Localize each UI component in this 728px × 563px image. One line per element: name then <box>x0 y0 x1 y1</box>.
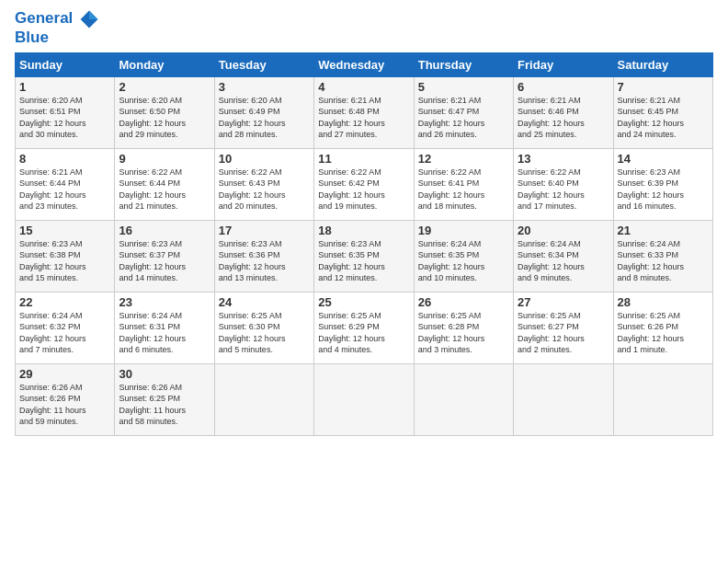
svg-marker-1 <box>89 11 97 19</box>
day-info: Sunrise: 6:22 AM Sunset: 6:43 PM Dayligh… <box>219 167 310 213</box>
day-number: 4 <box>318 80 409 94</box>
day-info: Sunrise: 6:26 AM Sunset: 6:25 PM Dayligh… <box>119 382 210 428</box>
weekday-header: Sunday <box>16 52 115 76</box>
calendar-cell: 27Sunrise: 6:25 AM Sunset: 6:27 PM Dayli… <box>514 292 613 363</box>
calendar-cell: 21Sunrise: 6:24 AM Sunset: 6:33 PM Dayli… <box>613 220 712 292</box>
day-number: 13 <box>518 152 609 166</box>
day-number: 9 <box>119 152 210 166</box>
day-info: Sunrise: 6:25 AM Sunset: 6:29 PM Dayligh… <box>318 310 409 356</box>
calendar-cell: 15Sunrise: 6:23 AM Sunset: 6:38 PM Dayli… <box>16 220 115 292</box>
day-number: 27 <box>518 295 609 309</box>
calendar-body: 1Sunrise: 6:20 AM Sunset: 6:51 PM Daylig… <box>16 76 713 435</box>
calendar-cell: 23Sunrise: 6:24 AM Sunset: 6:31 PM Dayli… <box>115 292 214 363</box>
day-info: Sunrise: 6:24 AM Sunset: 6:31 PM Dayligh… <box>119 310 210 356</box>
day-number: 1 <box>19 80 110 94</box>
day-number: 16 <box>119 224 210 237</box>
calendar-cell <box>613 363 712 435</box>
calendar-cell <box>314 363 414 435</box>
day-info: Sunrise: 6:25 AM Sunset: 6:30 PM Dayligh… <box>219 310 310 356</box>
calendar-cell: 24Sunrise: 6:25 AM Sunset: 6:30 PM Dayli… <box>214 292 313 363</box>
calendar-cell: 25Sunrise: 6:25 AM Sunset: 6:29 PM Dayli… <box>314 292 414 363</box>
calendar-cell: 1Sunrise: 6:20 AM Sunset: 6:51 PM Daylig… <box>16 76 115 148</box>
day-info: Sunrise: 6:24 AM Sunset: 6:34 PM Dayligh… <box>518 238 609 284</box>
calendar-cell: 20Sunrise: 6:24 AM Sunset: 6:34 PM Dayli… <box>514 220 613 292</box>
day-number: 17 <box>219 224 310 237</box>
day-number: 25 <box>318 295 409 309</box>
calendar-cell: 30Sunrise: 6:26 AM Sunset: 6:25 PM Dayli… <box>115 363 214 435</box>
day-info: Sunrise: 6:21 AM Sunset: 6:45 PM Dayligh… <box>618 95 709 141</box>
day-number: 10 <box>219 152 310 166</box>
day-number: 24 <box>219 295 310 309</box>
calendar-week-row: 8Sunrise: 6:21 AM Sunset: 6:44 PM Daylig… <box>16 148 713 220</box>
calendar-cell: 6Sunrise: 6:21 AM Sunset: 6:46 PM Daylig… <box>514 76 613 148</box>
calendar-cell: 16Sunrise: 6:23 AM Sunset: 6:37 PM Dayli… <box>115 220 214 292</box>
day-info: Sunrise: 6:21 AM Sunset: 6:48 PM Dayligh… <box>318 95 409 141</box>
weekday-header: Saturday <box>613 52 712 76</box>
day-number: 5 <box>418 80 509 94</box>
day-number: 19 <box>418 224 509 237</box>
day-info: Sunrise: 6:25 AM Sunset: 6:28 PM Dayligh… <box>418 310 509 356</box>
calendar-cell: 17Sunrise: 6:23 AM Sunset: 6:36 PM Dayli… <box>214 220 313 292</box>
logo: General Blue <box>15 9 99 47</box>
calendar-cell: 28Sunrise: 6:25 AM Sunset: 6:26 PM Dayli… <box>613 292 712 363</box>
day-number: 30 <box>119 367 210 381</box>
day-number: 21 <box>618 224 709 237</box>
day-info: Sunrise: 6:22 AM Sunset: 6:40 PM Dayligh… <box>518 167 609 213</box>
day-info: Sunrise: 6:23 AM Sunset: 6:38 PM Dayligh… <box>19 238 110 284</box>
day-info: Sunrise: 6:21 AM Sunset: 6:47 PM Dayligh… <box>418 95 509 141</box>
calendar-cell: 29Sunrise: 6:26 AM Sunset: 6:26 PM Dayli… <box>16 363 115 435</box>
calendar-cell: 22Sunrise: 6:24 AM Sunset: 6:32 PM Dayli… <box>16 292 115 363</box>
day-info: Sunrise: 6:22 AM Sunset: 6:42 PM Dayligh… <box>318 167 409 213</box>
calendar-cell <box>414 363 513 435</box>
day-info: Sunrise: 6:24 AM Sunset: 6:35 PM Dayligh… <box>418 238 509 284</box>
day-number: 6 <box>518 80 609 94</box>
calendar-week-row: 15Sunrise: 6:23 AM Sunset: 6:38 PM Dayli… <box>16 220 713 292</box>
weekday-header: Wednesday <box>314 52 414 76</box>
logo-general: General <box>15 9 73 27</box>
weekday-header-row: SundayMondayTuesdayWednesdayThursdayFrid… <box>16 52 713 76</box>
day-number: 3 <box>219 80 310 94</box>
calendar-cell: 3Sunrise: 6:20 AM Sunset: 6:49 PM Daylig… <box>214 76 313 148</box>
calendar-cell <box>514 363 613 435</box>
calendar-cell: 26Sunrise: 6:25 AM Sunset: 6:28 PM Dayli… <box>414 292 513 363</box>
calendar-week-row: 1Sunrise: 6:20 AM Sunset: 6:51 PM Daylig… <box>16 76 713 148</box>
day-info: Sunrise: 6:24 AM Sunset: 6:33 PM Dayligh… <box>618 238 709 284</box>
calendar-cell <box>214 363 313 435</box>
calendar-cell: 12Sunrise: 6:22 AM Sunset: 6:41 PM Dayli… <box>414 148 513 220</box>
calendar-cell: 5Sunrise: 6:21 AM Sunset: 6:47 PM Daylig… <box>414 76 513 148</box>
day-info: Sunrise: 6:21 AM Sunset: 6:46 PM Dayligh… <box>518 95 609 141</box>
calendar-cell: 2Sunrise: 6:20 AM Sunset: 6:50 PM Daylig… <box>115 76 214 148</box>
day-number: 8 <box>19 152 110 166</box>
calendar-cell: 7Sunrise: 6:21 AM Sunset: 6:45 PM Daylig… <box>613 76 712 148</box>
calendar-cell: 18Sunrise: 6:23 AM Sunset: 6:35 PM Dayli… <box>314 220 414 292</box>
calendar-cell: 4Sunrise: 6:21 AM Sunset: 6:48 PM Daylig… <box>314 76 414 148</box>
day-number: 26 <box>418 295 509 309</box>
day-number: 2 <box>119 80 210 94</box>
logo-icon <box>79 9 99 29</box>
weekday-header: Friday <box>514 52 613 76</box>
logo-blue: Blue <box>15 29 99 47</box>
day-number: 28 <box>618 295 709 309</box>
day-info: Sunrise: 6:25 AM Sunset: 6:26 PM Dayligh… <box>618 310 709 356</box>
day-info: Sunrise: 6:24 AM Sunset: 6:32 PM Dayligh… <box>19 310 110 356</box>
day-info: Sunrise: 6:25 AM Sunset: 6:27 PM Dayligh… <box>518 310 609 356</box>
weekday-header: Thursday <box>414 52 513 76</box>
calendar-cell: 13Sunrise: 6:22 AM Sunset: 6:40 PM Dayli… <box>514 148 613 220</box>
calendar-week-row: 22Sunrise: 6:24 AM Sunset: 6:32 PM Dayli… <box>16 292 713 363</box>
day-info: Sunrise: 6:20 AM Sunset: 6:49 PM Dayligh… <box>219 95 310 141</box>
day-info: Sunrise: 6:23 AM Sunset: 6:35 PM Dayligh… <box>318 238 409 284</box>
day-info: Sunrise: 6:23 AM Sunset: 6:37 PM Dayligh… <box>119 238 210 284</box>
calendar-cell: 9Sunrise: 6:22 AM Sunset: 6:44 PM Daylig… <box>115 148 214 220</box>
day-number: 29 <box>19 367 110 381</box>
header: General Blue <box>15 9 713 47</box>
calendar-week-row: 29Sunrise: 6:26 AM Sunset: 6:26 PM Dayli… <box>16 363 713 435</box>
day-info: Sunrise: 6:26 AM Sunset: 6:26 PM Dayligh… <box>19 382 110 428</box>
calendar-table: SundayMondayTuesdayWednesdayThursdayFrid… <box>15 52 713 436</box>
weekday-header: Tuesday <box>214 52 313 76</box>
day-number: 15 <box>19 224 110 237</box>
day-info: Sunrise: 6:23 AM Sunset: 6:39 PM Dayligh… <box>618 167 709 213</box>
day-number: 11 <box>318 152 409 166</box>
calendar-cell: 14Sunrise: 6:23 AM Sunset: 6:39 PM Dayli… <box>613 148 712 220</box>
day-info: Sunrise: 6:20 AM Sunset: 6:51 PM Dayligh… <box>19 95 110 141</box>
day-number: 14 <box>618 152 709 166</box>
